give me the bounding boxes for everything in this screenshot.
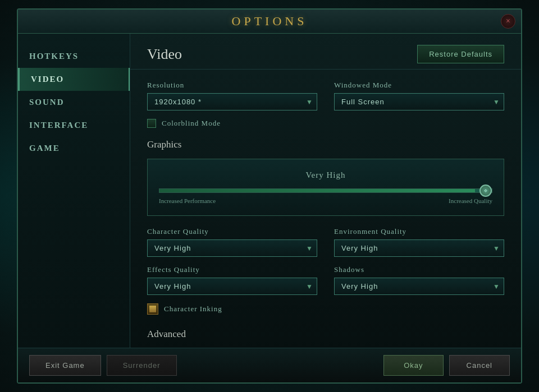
effects-quality-select-wrapper: Very High ▼ bbox=[147, 278, 317, 295]
footer-left: Exit Game Surrender bbox=[29, 355, 177, 376]
close-button[interactable]: × bbox=[501, 14, 515, 29]
sidebar-item-game[interactable]: GAME bbox=[18, 137, 130, 160]
content-scroll[interactable]: Resolution 1920x1080 * ▼ Windowed Mode bbox=[130, 70, 521, 348]
shadows-select[interactable]: Very High bbox=[334, 278, 504, 295]
character-quality-select-wrapper: Very High ▼ bbox=[147, 239, 317, 257]
graphics-preset-box: Very High Increased Performance bbox=[147, 159, 504, 216]
character-inking-checkbox[interactable] bbox=[147, 303, 158, 315]
environment-quality-label: Environment Quality bbox=[334, 227, 504, 236]
shadows-label: Shadows bbox=[334, 265, 504, 274]
restore-defaults-button[interactable]: Restore Defaults bbox=[417, 45, 504, 63]
graphics-slider-thumb[interactable] bbox=[479, 185, 492, 197]
resolution-select-wrapper: 1920x1080 * ▼ bbox=[147, 93, 317, 110]
windowed-mode-select-wrapper: Full Screen ▼ bbox=[334, 93, 504, 110]
title-bar: OPTIONS × bbox=[18, 10, 521, 34]
slider-performance-label: Increased Performance bbox=[159, 197, 216, 204]
close-icon: × bbox=[506, 17, 510, 26]
quality-grid: Character Quality Very High ▼ Environmen… bbox=[147, 227, 504, 295]
footer: Exit Game Surrender Okay Cancel bbox=[18, 348, 521, 382]
options-dialog: OPTIONS × HOTKEYS VIDEO SOUND INTERFACE … bbox=[17, 8, 522, 384]
windowed-mode-label: Windowed Mode bbox=[334, 81, 504, 90]
colorblind-mode-label: Colorblind Mode bbox=[162, 119, 221, 128]
character-quality-group: Character Quality Very High ▼ bbox=[147, 227, 317, 257]
character-quality-select[interactable]: Very High bbox=[147, 239, 317, 257]
sidebar: HOTKEYS VIDEO SOUND INTERFACE GAME bbox=[18, 34, 130, 348]
graphics-section-heading: Graphics bbox=[147, 139, 504, 150]
character-inking-label: Character Inking bbox=[164, 305, 222, 313]
environment-quality-group: Environment Quality Very High ▼ bbox=[334, 227, 504, 257]
sidebar-item-interface[interactable]: INTERFACE bbox=[18, 114, 130, 137]
footer-right: Okay Cancel bbox=[383, 355, 510, 376]
graphics-slider-fill bbox=[159, 189, 475, 192]
environment-quality-select[interactable]: Very High bbox=[334, 239, 504, 257]
character-inking-row: Character Inking bbox=[147, 303, 504, 315]
windowed-mode-select[interactable]: Full Screen bbox=[334, 93, 504, 110]
shadows-select-wrapper: Very High ▼ bbox=[334, 278, 504, 295]
dialog-title: OPTIONS bbox=[40, 14, 499, 29]
okay-button[interactable]: Okay bbox=[383, 355, 443, 376]
graphics-slider-track[interactable] bbox=[159, 188, 492, 193]
shadows-group: Shadows Very High ▼ bbox=[334, 265, 504, 295]
dialog-body: HOTKEYS VIDEO SOUND INTERFACE GAME Video… bbox=[18, 34, 521, 348]
slider-labels: Increased Performance Increased Quality bbox=[159, 197, 492, 204]
colorblind-mode-row: Colorblind Mode bbox=[147, 119, 504, 128]
resolution-group: Resolution 1920x1080 * ▼ bbox=[147, 81, 317, 110]
advanced-section-heading: Advanced bbox=[147, 329, 504, 340]
cancel-button[interactable]: Cancel bbox=[449, 355, 510, 376]
character-inking-check-inner bbox=[149, 306, 156, 312]
page-title: Video bbox=[147, 46, 182, 63]
environment-quality-select-wrapper: Very High ▼ bbox=[334, 239, 504, 257]
surrender-button: Surrender bbox=[107, 355, 177, 376]
graphics-preset-label: Very High bbox=[159, 170, 492, 180]
resolution-label: Resolution bbox=[147, 81, 317, 90]
thumb-gem-icon bbox=[483, 188, 488, 193]
content-header: Video Restore Defaults bbox=[130, 34, 521, 70]
effects-quality-group: Effects Quality Very High ▼ bbox=[147, 265, 317, 295]
exit-game-button[interactable]: Exit Game bbox=[29, 355, 101, 376]
sidebar-item-hotkeys[interactable]: HOTKEYS bbox=[18, 45, 130, 68]
sidebar-item-sound[interactable]: SOUND bbox=[18, 91, 130, 114]
character-quality-label: Character Quality bbox=[147, 227, 317, 236]
colorblind-mode-checkbox[interactable] bbox=[147, 119, 156, 128]
svg-marker-0 bbox=[483, 188, 488, 193]
slider-quality-label: Increased Quality bbox=[449, 197, 492, 204]
content-area: Video Restore Defaults Resolution 1920x1… bbox=[130, 34, 521, 348]
resolution-select[interactable]: 1920x1080 * bbox=[147, 93, 317, 110]
slider-thumb-icon bbox=[479, 185, 492, 197]
effects-quality-select[interactable]: Very High bbox=[147, 278, 317, 295]
effects-quality-label: Effects Quality bbox=[147, 265, 317, 274]
sidebar-item-video[interactable]: VIDEO bbox=[18, 68, 130, 91]
resolution-row: Resolution 1920x1080 * ▼ Windowed Mode bbox=[147, 81, 504, 110]
windowed-mode-group: Windowed Mode Full Screen ▼ bbox=[334, 81, 504, 110]
